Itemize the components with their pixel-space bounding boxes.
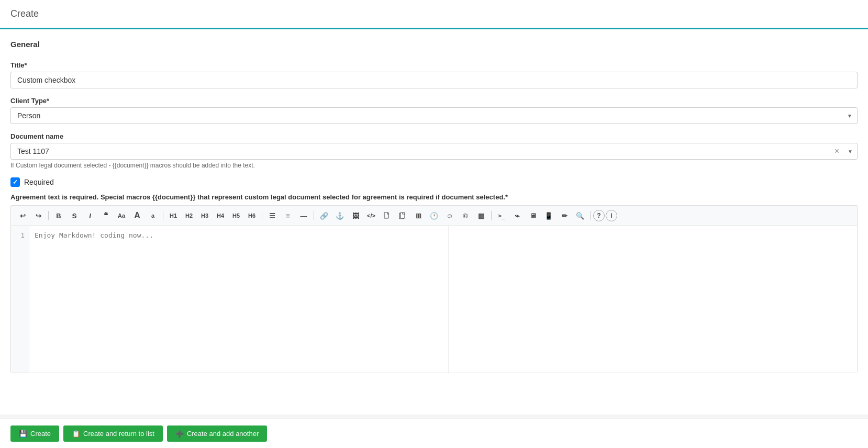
title-group: Title* xyxy=(10,61,858,88)
editor-preview-panel xyxy=(448,226,857,373)
toolbar-bold-button[interactable]: B xyxy=(51,209,66,222)
toolbar-sep-4 xyxy=(314,211,314,220)
toolbar-anchor-button[interactable]: ⚓ xyxy=(332,209,347,222)
toolbar-table-button[interactable]: ⊞ xyxy=(411,209,426,222)
section-title: General xyxy=(10,40,858,53)
toolbar-mobile-button[interactable]: 📱 xyxy=(541,209,556,222)
toolbar-help-button[interactable]: ? xyxy=(593,210,605,221)
toolbar-pencil-button[interactable]: ✏ xyxy=(557,209,572,222)
client-type-select[interactable]: Person Business Both xyxy=(10,107,858,124)
toolbar-clock-button[interactable]: 🕐 xyxy=(427,209,441,222)
editor-toolbar: ↩ ↪ B S I ❝ Aa A a H1 H2 H3 H4 H5 H6 ☰ ≡… xyxy=(10,205,858,226)
toolbar-file2-button[interactable] xyxy=(395,209,410,222)
svg-rect-0 xyxy=(384,212,388,218)
toolbar-ul-button[interactable]: ☰ xyxy=(265,209,280,222)
required-checkbox[interactable] xyxy=(10,177,20,187)
line-numbers: 1 xyxy=(11,226,29,373)
agreement-description: Agreement text is required. Special macr… xyxy=(10,193,858,201)
toolbar-h5-button[interactable]: H5 xyxy=(229,209,243,222)
document-name-group: Document name Test 1107 × ▼ If Custom le… xyxy=(10,132,858,169)
toolbar-font-small-button[interactable]: a xyxy=(146,209,160,222)
required-label: Required xyxy=(24,178,54,186)
toolbar-h6-button[interactable]: H6 xyxy=(244,209,259,222)
editor-area: 1 xyxy=(10,226,858,373)
toolbar-file1-button[interactable] xyxy=(380,209,394,222)
toolbar-search-button[interactable]: 🔍 xyxy=(573,209,587,222)
document-clear-icon[interactable]: × xyxy=(830,147,843,156)
document-name-label: Document name xyxy=(10,132,858,140)
toolbar-strike2-button[interactable]: ⌁ xyxy=(510,209,525,222)
toolbar-image-button[interactable]: 🖼 xyxy=(348,209,363,222)
toolbar-link-button[interactable]: 🔗 xyxy=(317,209,331,222)
toolbar-desktop-button[interactable]: 🖥 xyxy=(526,209,540,222)
document-name-select[interactable]: Test 1107 xyxy=(11,143,830,159)
toolbar-media-button[interactable]: ▦ xyxy=(474,209,488,222)
toolbar-sep-3 xyxy=(262,211,262,220)
document-select-container: Test 1107 × ▼ xyxy=(10,143,858,160)
document-hint: If Custom legal document selected - {{do… xyxy=(10,162,858,169)
toolbar-emoji-button[interactable]: ☺ xyxy=(442,209,457,222)
toolbar-h1-button[interactable]: H1 xyxy=(166,209,181,222)
page-header: Create xyxy=(0,0,868,29)
client-type-group: Client Type* Person Business Both xyxy=(10,97,858,124)
toolbar-italic-button[interactable]: I xyxy=(83,209,97,222)
toolbar-font-case-button[interactable]: Aa xyxy=(114,209,129,222)
document-arrow-icon: ▼ xyxy=(843,149,857,154)
toolbar-font-large-button[interactable]: A xyxy=(130,209,144,222)
toolbar-quote-button[interactable]: ❝ xyxy=(98,209,113,222)
title-label: Title* xyxy=(10,61,858,69)
toolbar-sep-1 xyxy=(48,211,49,220)
toolbar-h4-button[interactable]: H4 xyxy=(213,209,228,222)
editor-textarea[interactable] xyxy=(29,226,448,373)
toolbar-h3-button[interactable]: H3 xyxy=(197,209,212,222)
toolbar-sep-5 xyxy=(491,211,492,220)
title-input[interactable] xyxy=(10,72,858,88)
toolbar-redo-button[interactable]: ↪ xyxy=(31,209,46,222)
required-group: Required xyxy=(10,177,858,187)
toolbar-sep-6 xyxy=(590,211,591,220)
toolbar-sep-2 xyxy=(163,211,163,220)
toolbar-code-button[interactable]: </> xyxy=(364,209,379,222)
toolbar-undo-button[interactable]: ↩ xyxy=(15,209,30,222)
toolbar-copyright-button[interactable]: © xyxy=(458,209,473,222)
page-title: Create xyxy=(10,8,39,19)
client-type-label: Client Type* xyxy=(10,97,858,105)
toolbar-ol-button[interactable]: ≡ xyxy=(281,209,295,222)
toolbar-hr-button[interactable]: — xyxy=(296,209,311,222)
page-content: General Title* Client Type* Person Busin… xyxy=(0,29,868,415)
toolbar-strikethrough-button[interactable]: S xyxy=(67,209,82,222)
toolbar-terminal-button[interactable]: >_ xyxy=(494,209,509,222)
toolbar-h2-button[interactable]: H2 xyxy=(182,209,196,222)
toolbar-info-button[interactable]: i xyxy=(606,210,617,221)
